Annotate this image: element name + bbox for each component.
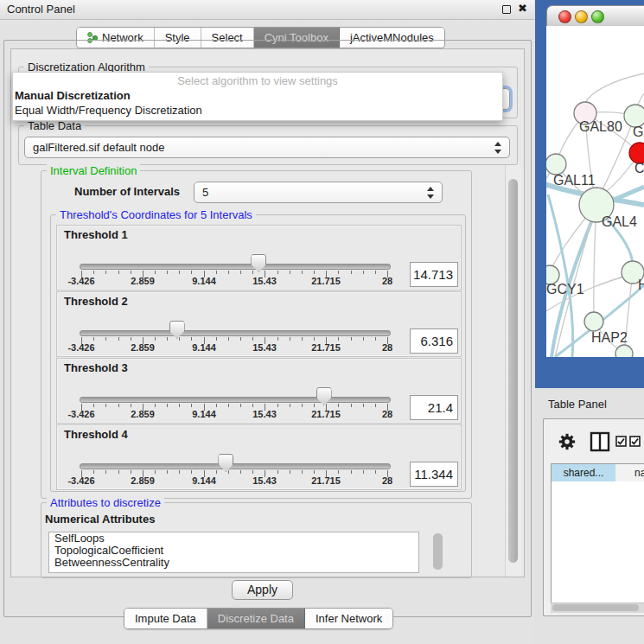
gear-icon[interactable]	[558, 432, 577, 451]
tick-label: 21.715	[300, 342, 352, 353]
node-label: GAL11	[553, 173, 596, 188]
threshold-2-slider[interactable]	[80, 330, 391, 336]
tick-label: 21.715	[300, 409, 352, 419]
combo-arrows-icon	[426, 186, 434, 200]
bottom-tab-bar: Impute Data Discretize Data Infer Networ…	[124, 608, 393, 629]
threshold-label: Threshold 2	[64, 295, 128, 308]
tab-impute-data[interactable]: Impute Data	[124, 609, 207, 628]
threshold-4-slider[interactable]	[80, 463, 391, 469]
threshold-2-panel: Threshold 2 -3.426 2.859 9.144 15.43 21.…	[56, 291, 462, 357]
list-item[interactable]: TopologicalCoefficient	[49, 545, 418, 557]
checked-checkbox-icon[interactable]	[615, 436, 627, 447]
tick-label: 2.859	[117, 276, 169, 286]
numerical-attributes-label: Numerical Attributes	[45, 513, 155, 526]
list-scrollbar-thumb[interactable]	[433, 533, 443, 570]
tick-label: 28	[361, 475, 413, 486]
tick-label: 9.144	[178, 276, 230, 286]
node-partial[interactable]	[615, 345, 633, 357]
tick-label: 9.144	[178, 409, 230, 419]
minimize-traffic-light[interactable]	[575, 10, 588, 23]
tick-label: 28	[361, 342, 413, 353]
columns-icon[interactable]	[590, 431, 610, 452]
node-label: GA	[633, 124, 644, 139]
tick-label: 2.859	[117, 409, 169, 419]
tick-label: 2.859	[117, 475, 169, 486]
threshold-1-value-field[interactable]: 14.713	[410, 262, 458, 287]
table-panel-title: Table Panel	[548, 398, 607, 411]
popup-hint: Select algorithm to view settings	[13, 74, 502, 87]
checked-checkbox-icon[interactable]	[629, 436, 641, 447]
network-graph: GAL80 GA C GAL11 GAL4 GCY1 H HAP2	[546, 26, 644, 357]
threshold-label: Threshold 1	[64, 228, 128, 241]
threshold-3-value-field[interactable]: 21.4	[410, 395, 458, 420]
cyni-toolbox-panel: Discretization Algorithm Select algorith…	[10, 48, 525, 577]
threshold-label: Threshold 4	[64, 428, 128, 441]
threshold-1-slider[interactable]	[80, 264, 391, 270]
list-item[interactable]: SelfLoops	[49, 532, 418, 545]
tick-label: 15.43	[239, 342, 290, 353]
tick-label: 28	[361, 276, 413, 286]
network-canvas[interactable]: GAL80 GA C GAL11 GAL4 GCY1 H HAP2	[546, 26, 644, 357]
attributes-group: Attributes to discretize Numerical Attri…	[41, 502, 472, 578]
table-data-group: Table Data galFiltered.sif default node	[18, 125, 518, 165]
group-title: Interval Definition	[47, 164, 140, 177]
close-icon[interactable]: ✖	[518, 2, 527, 15]
algorithm-dropdown-popup: Select algorithm to view settings Manual…	[12, 72, 503, 121]
number-of-intervals-combo[interactable]: 5	[194, 182, 443, 203]
panel-title: Control Panel	[7, 3, 75, 16]
settings-scrollbar-thumb[interactable]	[508, 179, 518, 563]
float-window-icon[interactable]	[502, 5, 511, 14]
table-horizontal-scrollbar-thumb[interactable]	[552, 604, 639, 611]
tick-label: 21.715	[300, 475, 352, 486]
threshold-4-panel: Threshold 4 -3.426 2.859 9.144 15.43 21.…	[56, 424, 462, 490]
tick-label: -3.426	[55, 475, 107, 486]
node-table-body[interactable]: YDL19...YDL19... YDR27...YDR27... YBR043…	[551, 481, 644, 603]
control-panel-titlebar: Control Panel ✖	[0, 0, 534, 20]
threshold-3-panel: Threshold 3 -3.426 2.859 9.144 15.43 21.…	[56, 358, 462, 424]
numerical-attributes-list[interactable]: SelfLoops TopologicalCoefficient Between…	[48, 532, 419, 573]
threshold-2-value-field[interactable]: 6.316	[410, 328, 458, 354]
threshold-label: Threshold 3	[64, 361, 128, 374]
table-horizontal-scrollbar[interactable]	[551, 603, 644, 613]
threshold-3-slider[interactable]	[80, 397, 391, 403]
node-label: H	[638, 277, 644, 292]
node-label: C	[634, 161, 644, 175]
tick-label: 28	[361, 409, 413, 419]
network-window-titlebar[interactable]	[546, 5, 644, 28]
apply-button[interactable]: Apply	[232, 580, 293, 600]
close-traffic-light[interactable]	[558, 10, 571, 23]
popup-item-manual[interactable]: Manual Discretization	[15, 89, 131, 102]
application-root: Control Panel ✖ Network Style Select Cyn…	[0, 0, 644, 644]
column-header-name[interactable]: name	[615, 463, 644, 482]
tick-label: -3.426	[55, 276, 107, 286]
node-label: GAL4	[602, 214, 637, 229]
tick-label: 15.43	[239, 276, 290, 286]
group-title: Threshold's Coordinates for 5 Intervals	[56, 208, 256, 221]
tab-discretize-data[interactable]: Discretize Data	[207, 609, 305, 628]
node-gal11[interactable]	[546, 154, 566, 175]
tick-label: -3.426	[55, 409, 107, 419]
tick-label: 9.144	[178, 475, 230, 486]
threshold-1-panel: Threshold 1 -3.426 2.859 9.144 15.43 21.…	[56, 225, 462, 290]
threshold-4-value-field[interactable]: 11.344	[410, 462, 458, 487]
popup-item-equal-width[interactable]: Equal Width/Frequency Discretization	[15, 104, 202, 117]
table-data-combo[interactable]: galFiltered.sif default node	[24, 137, 510, 158]
tab-infer-network[interactable]: Infer Network	[305, 609, 392, 628]
node-hap2[interactable]	[584, 312, 603, 331]
tick-label: 15.43	[239, 475, 290, 486]
tick-label: -3.426	[55, 342, 107, 353]
node-label: GCY1	[546, 282, 584, 296]
settings-scrollbar[interactable]	[505, 165, 521, 577]
tick-label: 9.144	[178, 342, 230, 353]
zoom-traffic-light[interactable]	[591, 10, 604, 23]
node-label: GAL80	[579, 119, 622, 134]
list-item[interactable]: BetweennessCentrality	[49, 557, 418, 569]
node-label: HAP2	[591, 330, 628, 345]
number-of-intervals-value: 5	[202, 186, 208, 199]
column-header-shared-name[interactable]: shared...	[551, 463, 616, 482]
combo-arrows-icon	[494, 141, 501, 155]
tick-label: 21.715	[300, 276, 352, 286]
group-title: Attributes to discretize	[47, 496, 164, 509]
tick-label: 2.859	[117, 342, 169, 353]
group-title: Table Data	[24, 119, 85, 132]
